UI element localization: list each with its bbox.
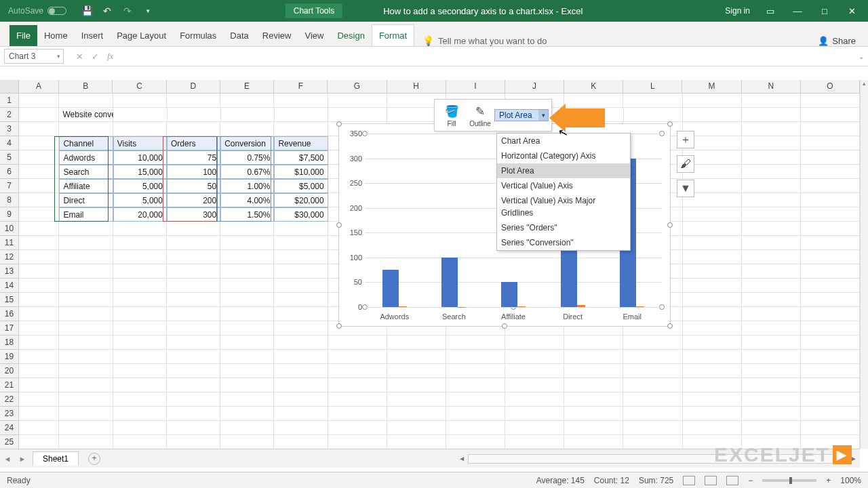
- cell[interactable]: [274, 407, 328, 421]
- cell[interactable]: $30,000: [274, 207, 328, 222]
- cell[interactable]: [742, 179, 801, 193]
- cell[interactable]: [801, 421, 860, 435]
- cell[interactable]: [59, 435, 113, 449]
- cell[interactable]: [801, 264, 860, 279]
- cell[interactable]: [801, 207, 860, 222]
- row-header[interactable]: 16: [0, 307, 19, 321]
- col-header[interactable]: A: [19, 80, 59, 93]
- cell[interactable]: [328, 108, 387, 122]
- cell[interactable]: [801, 378, 860, 392]
- cell[interactable]: [801, 392, 860, 407]
- cell[interactable]: [683, 236, 742, 250]
- chart-styles-button[interactable]: 🖌: [677, 155, 694, 173]
- cell[interactable]: [59, 94, 113, 108]
- col-header[interactable]: E: [220, 80, 274, 93]
- cell[interactable]: [113, 321, 167, 336]
- cell[interactable]: [167, 392, 220, 407]
- cell[interactable]: [59, 250, 113, 264]
- zoom-out-icon[interactable]: −: [748, 476, 753, 485]
- confirm-formula-icon[interactable]: ✓: [92, 52, 99, 62]
- cell[interactable]: [19, 336, 59, 350]
- cell[interactable]: [113, 122, 167, 136]
- cell[interactable]: [220, 364, 274, 378]
- cell[interactable]: 1.00%: [220, 179, 274, 193]
- cell[interactable]: [387, 364, 446, 378]
- cell[interactable]: $5,000: [274, 179, 328, 193]
- cell[interactable]: [220, 250, 274, 264]
- cell[interactable]: [167, 407, 220, 421]
- qat-dropdown-icon[interactable]: ▾: [142, 5, 153, 16]
- cell[interactable]: $10,000: [274, 165, 328, 179]
- cell[interactable]: [564, 94, 623, 108]
- bar-conversion[interactable]: [517, 306, 526, 307]
- cell[interactable]: [167, 222, 220, 236]
- cell[interactable]: [446, 435, 505, 449]
- cell[interactable]: [220, 350, 274, 364]
- cell[interactable]: [683, 321, 742, 336]
- chart-handle[interactable]: [502, 323, 507, 329]
- cell[interactable]: [167, 364, 220, 378]
- cell[interactable]: [623, 364, 682, 378]
- cell[interactable]: [59, 407, 113, 421]
- cell[interactable]: [274, 378, 328, 392]
- cell[interactable]: [742, 207, 801, 222]
- tell-me-search[interactable]: 💡 Tell me what you want to do: [422, 35, 547, 46]
- fx-icon[interactable]: fx: [107, 51, 113, 62]
- col-header[interactable]: O: [801, 80, 860, 93]
- cell[interactable]: [221, 108, 275, 122]
- cell[interactable]: [387, 392, 446, 407]
- cell[interactable]: [19, 250, 59, 264]
- cell[interactable]: [564, 336, 623, 350]
- cell[interactable]: [167, 336, 220, 350]
- cell[interactable]: [220, 222, 274, 236]
- cell[interactable]: [683, 279, 742, 293]
- cell[interactable]: [274, 350, 328, 364]
- chart-element-dropdown[interactable]: Chart Area Horizontal (Category) Axis Pl…: [496, 133, 631, 251]
- cell[interactable]: [801, 279, 860, 293]
- cell[interactable]: [564, 435, 623, 449]
- cell[interactable]: 200: [167, 193, 220, 207]
- cell[interactable]: [387, 378, 446, 392]
- cell[interactable]: [742, 236, 801, 250]
- cell[interactable]: [742, 264, 801, 279]
- row-header[interactable]: 5: [0, 150, 19, 165]
- cell[interactable]: [683, 207, 742, 222]
- cell[interactable]: [683, 407, 742, 421]
- cell[interactable]: [683, 293, 742, 307]
- col-header[interactable]: C: [113, 80, 166, 93]
- cell[interactable]: [113, 364, 167, 378]
- cell[interactable]: [59, 392, 113, 407]
- cell[interactable]: [446, 364, 505, 378]
- row-header[interactable]: 1: [0, 94, 19, 108]
- chart-handle[interactable]: [667, 121, 673, 127]
- tab-home[interactable]: Home: [37, 25, 75, 46]
- cell[interactable]: [742, 350, 801, 364]
- cell[interactable]: [801, 150, 860, 165]
- cell[interactable]: [623, 421, 682, 435]
- cell[interactable]: [220, 321, 274, 336]
- cell[interactable]: [19, 407, 59, 421]
- cell[interactable]: [19, 392, 59, 407]
- cell[interactable]: [328, 364, 387, 378]
- col-header[interactable]: N: [742, 80, 801, 93]
- cell[interactable]: [328, 421, 387, 435]
- chart-handle[interactable]: [336, 121, 342, 127]
- dd-item-horizontal-axis[interactable]: Horizontal (Category) Axis: [497, 148, 630, 163]
- cell[interactable]: [274, 222, 328, 236]
- zoom-level[interactable]: 100%: [840, 476, 861, 485]
- cell[interactable]: [113, 336, 167, 350]
- sheet-tab[interactable]: Sheet1: [33, 451, 79, 466]
- chart-handle[interactable]: [336, 323, 342, 329]
- chevron-down-icon[interactable]: ▾: [538, 110, 548, 121]
- cell[interactable]: [19, 293, 59, 307]
- cell[interactable]: [328, 378, 387, 392]
- cell[interactable]: [59, 321, 113, 336]
- cell[interactable]: 0.75%: [220, 150, 274, 165]
- cell[interactable]: [624, 108, 683, 122]
- sheet-nav-next[interactable]: ►: [15, 455, 30, 463]
- cell[interactable]: Direct: [59, 193, 113, 207]
- dd-item-series-orders[interactable]: Series "Orders": [497, 220, 630, 235]
- tab-data[interactable]: Data: [223, 25, 255, 46]
- row-header[interactable]: 15: [0, 293, 19, 307]
- bar-orders[interactable]: [501, 282, 517, 307]
